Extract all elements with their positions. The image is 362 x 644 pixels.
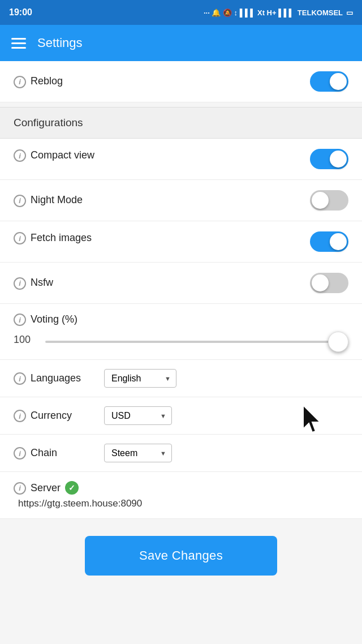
nsfw-toggle-thumb [312,274,329,291]
settings-content: i Reblog Configurations i Compact view i… [0,61,362,621]
reblog-label: i Reblog [14,75,310,88]
night-mode-label: i Night Mode [14,194,310,207]
currency-info-icon[interactable]: i [14,410,26,422]
reblog-label-text: Reblog [31,75,63,87]
currency-section-wrapper: i Currency USD EUR GBP JPY [0,397,362,435]
reblog-toggle-thumb [330,73,347,90]
server-label-row: i Server ✓ [14,481,348,495]
night-mode-label-text: Night Mode [31,194,83,206]
currency-label: i Currency [14,409,104,422]
status-carrier: TELKOMSEL [298,8,343,17]
languages-row: i Languages English Spanish French Germa… [0,360,362,397]
compact-view-label-text: Compact view [31,149,94,162]
hamburger-line-1 [11,38,26,40]
nsfw-info-icon[interactable]: i [14,277,26,290]
status-bar: 19:00 ··· 🔔 🔕 ↕ ▌▌▌ Xt H+ ▌▌▌ TELKOMSEL … [0,0,362,25]
voting-value: 100 [14,334,36,346]
configurations-section-header: Configurations [0,107,362,139]
nsfw-label-text: Nsfw [31,277,53,289]
languages-label: i Languages [14,372,104,385]
languages-select-wrapper: English Spanish French German Portuguese [104,369,176,388]
languages-info-icon[interactable]: i [14,372,26,385]
currency-select[interactable]: USD EUR GBP JPY [104,406,172,425]
nsfw-row: i Nsfw [0,263,362,304]
voting-section: i Voting (%) 100 [0,304,362,360]
currency-row: i Currency USD EUR GBP JPY [0,397,362,435]
voting-label-text: Voting (%) [31,314,77,325]
chain-info-icon[interactable]: i [14,447,26,460]
fetch-images-row: i Fetch images [0,221,362,263]
chain-label-text: Chain [31,447,57,459]
server-url[interactable]: https://gtg.steem.house:8090 [14,498,348,509]
fetch-images-label-text: Fetch images [31,231,92,244]
night-mode-toggle[interactable] [310,190,348,211]
currency-label-text: Currency [31,410,72,422]
voting-info-icon[interactable]: i [14,314,26,326]
compact-view-toggle-track[interactable] [310,149,348,169]
server-row: i Server ✓ https://gtg.steem.house:8090 [0,472,362,519]
app-header: Settings [0,25,362,61]
fetch-images-toggle-track[interactable] [310,231,348,252]
status-right: ··· 🔔 🔕 ↕ ▌▌▌ Xt H+ ▌▌▌ TELKOMSEL ▭ [204,8,353,17]
fetch-images-toggle-thumb [330,233,347,250]
night-mode-info-icon[interactable]: i [14,195,26,207]
hamburger-menu[interactable] [11,38,26,49]
save-changes-container: Save Changes [0,519,362,598]
languages-select[interactable]: English Spanish French German Portuguese [104,369,176,388]
reblog-info-icon[interactable]: i [14,76,26,88]
voting-slider-container [45,335,348,345]
reblog-toggle-track[interactable] [310,71,348,92]
fetch-images-label: i Fetch images [14,231,310,244]
chain-select-wrapper: Steem Hive [104,444,172,462]
currency-select-wrapper: USD EUR GBP JPY [104,406,172,425]
languages-label-text: Languages [31,372,81,384]
voting-slider-row: 100 [14,334,348,346]
server-verified-icon: ✓ [65,481,79,495]
night-mode-toggle-track[interactable] [310,190,348,211]
voting-label-row: i Voting (%) [14,313,348,326]
configurations-label: Configurations [14,117,83,128]
nsfw-toggle-track[interactable] [310,273,348,293]
hamburger-line-3 [11,47,26,49]
chain-row: i Chain Steem Hive [0,435,362,472]
status-icons: ··· 🔔 🔕 ↕ ▌▌▌ Xt H+ ▌▌▌ [204,8,294,17]
night-mode-toggle-thumb [312,192,329,209]
status-time: 19:00 [9,7,32,18]
nsfw-label: i Nsfw [14,277,310,290]
reblog-toggle[interactable] [310,71,348,92]
nsfw-toggle[interactable] [310,273,348,293]
compact-view-toggle-thumb [330,151,347,168]
chain-label: i Chain [14,446,104,460]
page-title: Settings [37,36,83,50]
server-info-icon[interactable]: i [14,482,26,495]
compact-view-info-icon[interactable]: i [14,149,26,162]
reblog-setting-row: i Reblog [0,61,362,102]
fetch-images-info-icon[interactable]: i [14,232,26,244]
save-changes-button[interactable]: Save Changes [85,536,277,576]
compact-view-toggle[interactable] [310,149,348,169]
compact-view-row: i Compact view [0,139,362,180]
server-label-text: Server [31,482,61,494]
voting-slider[interactable] [45,341,348,343]
hamburger-line-2 [11,42,26,44]
battery-icon: ▭ [346,8,353,17]
compact-view-label: i Compact view [14,149,310,162]
night-mode-row: i Night Mode [0,180,362,221]
chain-select[interactable]: Steem Hive [104,444,172,462]
fetch-images-toggle[interactable] [310,231,348,252]
